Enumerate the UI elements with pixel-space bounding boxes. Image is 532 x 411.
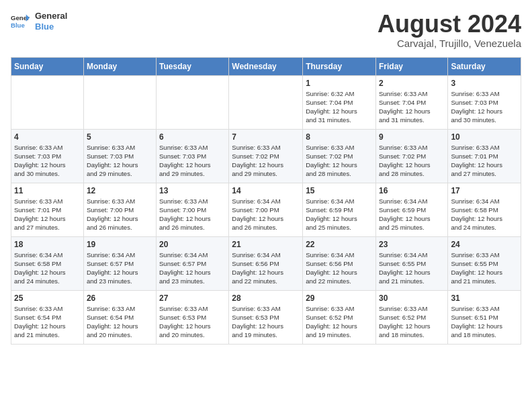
week-row-2: 4Sunrise: 6:33 AM Sunset: 7:03 PM Daylig… bbox=[11, 129, 521, 183]
day-number: 21 bbox=[232, 240, 300, 249]
day-cell bbox=[11, 75, 84, 129]
day-number: 15 bbox=[306, 186, 373, 195]
day-cell: 4Sunrise: 6:33 AM Sunset: 7:03 PM Daylig… bbox=[11, 129, 84, 183]
day-cell: 12Sunrise: 6:33 AM Sunset: 7:00 PM Dayli… bbox=[83, 183, 156, 236]
day-info: Sunrise: 6:33 AM Sunset: 6:52 PM Dayligh… bbox=[306, 304, 373, 340]
header-day-wednesday: Wednesday bbox=[229, 57, 303, 75]
day-cell: 27Sunrise: 6:33 AM Sunset: 6:53 PM Dayli… bbox=[157, 290, 229, 344]
day-cell: 31Sunrise: 6:33 AM Sunset: 6:51 PM Dayli… bbox=[448, 290, 521, 344]
day-number: 27 bbox=[159, 293, 226, 303]
day-number: 13 bbox=[159, 186, 226, 195]
day-info: Sunrise: 6:34 AM Sunset: 6:56 PM Dayligh… bbox=[232, 250, 300, 286]
day-cell: 30Sunrise: 6:33 AM Sunset: 6:52 PM Dayli… bbox=[375, 290, 447, 344]
day-cell: 7Sunrise: 6:33 AM Sunset: 7:02 PM Daylig… bbox=[229, 129, 303, 183]
logo-line2: Blue bbox=[35, 21, 67, 32]
day-info: Sunrise: 6:33 AM Sunset: 6:53 PM Dayligh… bbox=[232, 304, 300, 340]
day-number: 9 bbox=[379, 132, 445, 142]
day-number: 7 bbox=[232, 132, 300, 142]
day-info: Sunrise: 6:34 AM Sunset: 7:00 PM Dayligh… bbox=[232, 197, 300, 232]
day-info: Sunrise: 6:33 AM Sunset: 7:03 PM Dayligh… bbox=[14, 143, 81, 179]
day-info: Sunrise: 6:34 AM Sunset: 6:58 PM Dayligh… bbox=[14, 250, 81, 286]
week-row-1: 1Sunrise: 6:32 AM Sunset: 7:04 PM Daylig… bbox=[11, 75, 521, 129]
day-info: Sunrise: 6:34 AM Sunset: 6:59 PM Dayligh… bbox=[306, 197, 373, 232]
day-info: Sunrise: 6:32 AM Sunset: 7:04 PM Dayligh… bbox=[306, 89, 373, 125]
day-number: 16 bbox=[379, 186, 445, 195]
svg-text:Blue: Blue bbox=[11, 21, 25, 28]
day-info: Sunrise: 6:33 AM Sunset: 7:04 PM Dayligh… bbox=[379, 89, 445, 125]
day-cell: 10Sunrise: 6:33 AM Sunset: 7:01 PM Dayli… bbox=[448, 129, 521, 183]
day-number: 6 bbox=[159, 132, 226, 142]
day-info: Sunrise: 6:33 AM Sunset: 7:01 PM Dayligh… bbox=[14, 197, 81, 232]
header-day-sunday: Sunday bbox=[11, 57, 84, 75]
day-cell: 14Sunrise: 6:34 AM Sunset: 7:00 PM Dayli… bbox=[229, 183, 303, 236]
day-number: 10 bbox=[451, 132, 518, 142]
calendar-body: 1Sunrise: 6:32 AM Sunset: 7:04 PM Daylig… bbox=[11, 75, 521, 344]
page-header: General Blue General Blue August 2024 Ca… bbox=[11, 11, 521, 49]
day-info: Sunrise: 6:33 AM Sunset: 6:54 PM Dayligh… bbox=[14, 304, 81, 340]
header-day-friday: Friday bbox=[375, 57, 447, 75]
day-number: 11 bbox=[14, 186, 81, 195]
day-cell: 3Sunrise: 6:33 AM Sunset: 7:03 PM Daylig… bbox=[448, 75, 521, 129]
logo: General Blue General Blue bbox=[11, 11, 67, 32]
day-info: Sunrise: 6:33 AM Sunset: 7:00 PM Dayligh… bbox=[87, 197, 153, 232]
day-number: 5 bbox=[87, 132, 153, 142]
day-number: 23 bbox=[379, 240, 445, 249]
day-info: Sunrise: 6:34 AM Sunset: 6:57 PM Dayligh… bbox=[159, 250, 226, 286]
day-cell: 29Sunrise: 6:33 AM Sunset: 6:52 PM Dayli… bbox=[303, 290, 376, 344]
header-day-saturday: Saturday bbox=[448, 57, 521, 75]
day-number: 3 bbox=[451, 79, 518, 88]
day-info: Sunrise: 6:33 AM Sunset: 7:03 PM Dayligh… bbox=[159, 143, 226, 179]
week-row-4: 18Sunrise: 6:34 AM Sunset: 6:58 PM Dayli… bbox=[11, 236, 521, 290]
day-info: Sunrise: 6:33 AM Sunset: 7:00 PM Dayligh… bbox=[159, 197, 226, 232]
day-cell: 19Sunrise: 6:34 AM Sunset: 6:57 PM Dayli… bbox=[83, 236, 156, 290]
week-row-5: 25Sunrise: 6:33 AM Sunset: 6:54 PM Dayli… bbox=[11, 290, 521, 344]
day-number: 18 bbox=[14, 240, 81, 249]
month-title: August 2024 bbox=[378, 11, 521, 38]
day-number: 24 bbox=[451, 240, 518, 249]
day-number: 14 bbox=[232, 186, 300, 195]
day-cell: 23Sunrise: 6:34 AM Sunset: 6:55 PM Dayli… bbox=[375, 236, 447, 290]
day-cell bbox=[83, 75, 156, 129]
day-info: Sunrise: 6:34 AM Sunset: 6:57 PM Dayligh… bbox=[87, 250, 153, 286]
day-info: Sunrise: 6:34 AM Sunset: 6:59 PM Dayligh… bbox=[379, 197, 445, 232]
location-subtitle: Carvajal, Trujillo, Venezuela bbox=[378, 38, 521, 49]
day-cell: 6Sunrise: 6:33 AM Sunset: 7:03 PM Daylig… bbox=[157, 129, 229, 183]
day-cell: 18Sunrise: 6:34 AM Sunset: 6:58 PM Dayli… bbox=[11, 236, 84, 290]
day-number: 12 bbox=[87, 186, 153, 195]
day-cell bbox=[229, 75, 303, 129]
day-cell: 20Sunrise: 6:34 AM Sunset: 6:57 PM Dayli… bbox=[157, 236, 229, 290]
day-info: Sunrise: 6:33 AM Sunset: 6:54 PM Dayligh… bbox=[87, 304, 153, 340]
day-number: 17 bbox=[451, 186, 518, 195]
day-info: Sunrise: 6:33 AM Sunset: 7:03 PM Dayligh… bbox=[87, 143, 153, 179]
day-cell: 1Sunrise: 6:32 AM Sunset: 7:04 PM Daylig… bbox=[303, 75, 376, 129]
day-number: 8 bbox=[306, 132, 373, 142]
day-cell: 5Sunrise: 6:33 AM Sunset: 7:03 PM Daylig… bbox=[83, 129, 156, 183]
day-cell: 11Sunrise: 6:33 AM Sunset: 7:01 PM Dayli… bbox=[11, 183, 84, 236]
day-cell: 28Sunrise: 6:33 AM Sunset: 6:53 PM Dayli… bbox=[229, 290, 303, 344]
header-row: SundayMondayTuesdayWednesdayThursdayFrid… bbox=[11, 57, 521, 75]
day-number: 31 bbox=[451, 293, 518, 303]
calendar-table: SundayMondayTuesdayWednesdayThursdayFrid… bbox=[11, 57, 521, 345]
title-area: August 2024 Carvajal, Trujillo, Venezuel… bbox=[378, 11, 521, 49]
day-number: 2 bbox=[379, 79, 445, 88]
day-cell: 13Sunrise: 6:33 AM Sunset: 7:00 PM Dayli… bbox=[157, 183, 229, 236]
calendar-header: SundayMondayTuesdayWednesdayThursdayFrid… bbox=[11, 57, 521, 75]
day-info: Sunrise: 6:33 AM Sunset: 6:51 PM Dayligh… bbox=[451, 304, 518, 340]
day-cell bbox=[157, 75, 229, 129]
day-number: 20 bbox=[159, 240, 226, 249]
day-cell: 15Sunrise: 6:34 AM Sunset: 6:59 PM Dayli… bbox=[303, 183, 376, 236]
day-info: Sunrise: 6:33 AM Sunset: 7:01 PM Dayligh… bbox=[451, 143, 518, 179]
day-cell: 25Sunrise: 6:33 AM Sunset: 6:54 PM Dayli… bbox=[11, 290, 84, 344]
day-info: Sunrise: 6:34 AM Sunset: 6:55 PM Dayligh… bbox=[379, 250, 445, 286]
day-cell: 8Sunrise: 6:33 AM Sunset: 7:02 PM Daylig… bbox=[303, 129, 376, 183]
header-day-monday: Monday bbox=[83, 57, 156, 75]
day-info: Sunrise: 6:33 AM Sunset: 7:03 PM Dayligh… bbox=[451, 89, 518, 125]
day-number: 19 bbox=[87, 240, 153, 249]
day-number: 25 bbox=[14, 293, 81, 303]
day-number: 28 bbox=[232, 293, 300, 303]
day-cell: 17Sunrise: 6:34 AM Sunset: 6:58 PM Dayli… bbox=[448, 183, 521, 236]
day-cell: 2Sunrise: 6:33 AM Sunset: 7:04 PM Daylig… bbox=[375, 75, 447, 129]
day-info: Sunrise: 6:33 AM Sunset: 7:02 PM Dayligh… bbox=[306, 143, 373, 179]
day-number: 4 bbox=[14, 132, 81, 142]
day-info: Sunrise: 6:33 AM Sunset: 7:02 PM Dayligh… bbox=[379, 143, 445, 179]
